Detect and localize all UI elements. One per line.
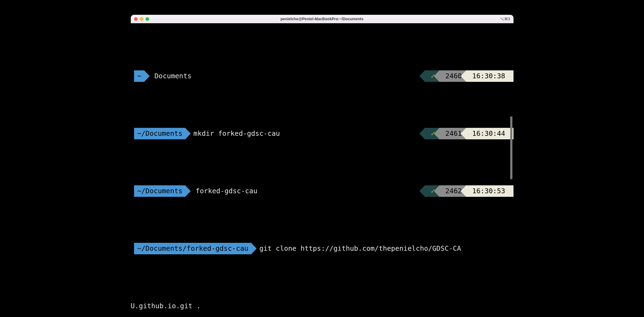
path-text: ~/Documents/forked-gdsc-cau	[137, 243, 248, 254]
history-number: 2461	[445, 128, 462, 139]
time-segment: 16:30:44	[466, 128, 513, 139]
prompt-extra: forked-gdsc-cau	[185, 185, 257, 197]
window-title: penielcho@Peniel-MacBookPro:~/Documents	[131, 17, 514, 21]
command-text: mkdir forked-gdsc-cau	[185, 128, 280, 139]
prompt-line: ~ Documents ✓ 2460 16:30:38	[131, 70, 514, 82]
timestamp: 16:30:44	[472, 128, 505, 139]
path-text: ~	[137, 70, 141, 82]
path-segment: ~/Documents	[134, 128, 185, 139]
path-segment: ~/Documents	[134, 185, 185, 197]
output-line: U.github.io.git .	[131, 300, 514, 312]
path-segment: ~	[134, 70, 144, 82]
time-segment: 16:30:53	[466, 185, 513, 197]
time-segment: 16:30:38	[466, 70, 513, 82]
prompt-line: ~/Documents/forked-gdsc-cau git clone ht…	[131, 243, 514, 254]
scrollbar[interactable]	[510, 116, 512, 179]
path-segment: ~/Documents/forked-gdsc-cau	[134, 243, 251, 254]
prompt-line: ~/Documents mkdir forked-gdsc-cau ✓ 2461…	[131, 128, 514, 139]
timestamp: 16:30:38	[472, 70, 505, 82]
terminal-window: penielcho@Peniel-MacBookPro:~/Documents …	[131, 15, 514, 317]
path-text: ~/Documents	[137, 185, 183, 197]
prompt-extra: Documents	[144, 70, 192, 82]
timestamp: 16:30:53	[472, 185, 505, 197]
path-text: ~/Documents	[137, 128, 183, 139]
titlebar: penielcho@Peniel-MacBookPro:~/Documents …	[131, 15, 514, 23]
history-number: 2460	[445, 70, 462, 82]
command-text: git clone https://github.com/thepenielch…	[251, 243, 461, 254]
prompt-line: ~/Documents forked-gdsc-cau ✓ 2462 16:30…	[131, 185, 514, 197]
history-number: 2462	[445, 185, 462, 197]
terminal-body[interactable]: ~ Documents ✓ 2460 16:30:38 ~/Documents …	[131, 23, 514, 317]
